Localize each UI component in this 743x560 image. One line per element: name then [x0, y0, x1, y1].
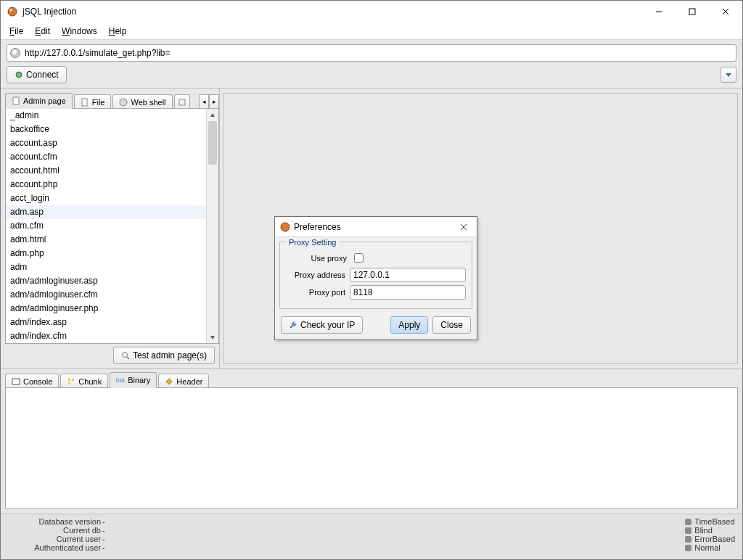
- menu-edit[interactable]: Edit: [29, 25, 56, 38]
- window-title: jSQL Injection: [22, 7, 642, 17]
- tab-admin-page[interactable]: Admin page: [5, 93, 73, 109]
- svg-rect-9: [82, 99, 87, 106]
- list-item[interactable]: adm/admloginuser.asp: [6, 274, 206, 288]
- list-item[interactable]: adm.cfm: [6, 219, 206, 233]
- led-normal: [685, 545, 691, 551]
- input-proxy-port[interactable]: [350, 285, 466, 300]
- magnifier-icon: [121, 351, 130, 360]
- svg-marker-13: [210, 336, 215, 339]
- tab-scroll-left[interactable]: ◂: [199, 94, 209, 109]
- list-item[interactable]: adm.asp: [6, 205, 206, 219]
- fieldset-legend: Proxy Setting: [286, 238, 339, 247]
- list-item[interactable]: acct_login: [6, 192, 206, 205]
- scroll-up[interactable]: [207, 109, 218, 121]
- menubar: File Edit Windows Help: [1, 22, 742, 40]
- left-panel: Admin page File Web shell ◂ ▸: [1, 88, 220, 368]
- tab-header[interactable]: Header: [158, 374, 209, 388]
- tab-chunk[interactable]: Chunk: [60, 374, 108, 388]
- console-tabstrip: Console Chunk 010 Binary Header: [1, 369, 742, 388]
- console-icon: [12, 377, 20, 386]
- scroll-down[interactable]: [207, 331, 218, 343]
- led-timebased: [685, 519, 691, 525]
- led-blind: [685, 527, 691, 534]
- apply-button[interactable]: Apply: [390, 316, 428, 334]
- globe-icon: [10, 48, 20, 58]
- list-item[interactable]: adm.html: [6, 233, 206, 247]
- dropdown-toggle[interactable]: [721, 67, 736, 83]
- connect-button[interactable]: Connect: [7, 66, 67, 83]
- tab-extra[interactable]: [174, 94, 190, 109]
- list-scrollbar[interactable]: [206, 109, 218, 343]
- app-window: jSQL Injection File Edit Windows Help Co…: [0, 0, 743, 560]
- svg-point-0: [8, 7, 17, 16]
- menu-help[interactable]: Help: [103, 25, 133, 38]
- svg-point-6: [16, 72, 22, 78]
- check-ip-button[interactable]: Check your IP: [281, 316, 363, 334]
- maximize-button[interactable]: [676, 1, 709, 22]
- list-item[interactable]: account.asp: [6, 136, 206, 150]
- list-item[interactable]: adm.php: [6, 247, 206, 260]
- svg-text:010: 010: [116, 378, 125, 383]
- close-dialog-button[interactable]: Close: [432, 316, 471, 334]
- status-right: TimeBased Blind ErrorBased Normal: [685, 517, 735, 556]
- list-item[interactable]: backoffice: [6, 123, 206, 136]
- dialog-close-button[interactable]: [453, 220, 474, 234]
- minimize-button[interactable]: [642, 1, 676, 22]
- dialog-title: Preferences: [294, 222, 453, 232]
- dialog-titlebar[interactable]: Preferences: [275, 217, 477, 237]
- svg-marker-12: [210, 113, 215, 117]
- scroll-thumb[interactable]: [208, 121, 217, 165]
- label-current-user: Current user: [8, 535, 102, 543]
- list-item[interactable]: adm: [6, 260, 206, 274]
- value-db-version: -: [102, 517, 105, 526]
- menu-file[interactable]: File: [4, 25, 29, 38]
- preferences-dialog: Preferences Proxy Setting Use proxy Prox…: [274, 216, 477, 340]
- list-item[interactable]: account.cfm: [6, 150, 206, 164]
- svg-marker-21: [166, 379, 172, 384]
- list-item[interactable]: adm/admloginuser.cfm: [6, 288, 206, 302]
- svg-point-1: [10, 9, 12, 12]
- binary-icon: 010: [116, 376, 125, 384]
- svg-rect-16: [12, 379, 20, 384]
- svg-rect-8: [13, 97, 19, 104]
- svg-rect-18: [72, 379, 74, 381]
- tab-binary[interactable]: 010 Binary: [110, 372, 157, 388]
- list-item[interactable]: adm/admloginuser.php: [6, 302, 206, 316]
- label-proxy-port: Proxy port: [286, 288, 350, 297]
- list-item[interactable]: adm/index.asp: [6, 316, 206, 329]
- value-current-db: -: [102, 526, 105, 535]
- scroll-track[interactable]: [207, 121, 218, 331]
- svg-rect-19: [68, 382, 70, 384]
- svg-marker-7: [726, 73, 731, 77]
- dialog-icon: [279, 221, 291, 233]
- admin-list-container: _adminbackofficeaccount.aspaccount.cfmac…: [5, 108, 219, 344]
- proxy-fieldset: Proxy Setting Use proxy Proxy address Pr…: [279, 242, 472, 309]
- close-button[interactable]: [709, 1, 742, 22]
- input-proxy-address[interactable]: [350, 268, 466, 282]
- tab-file[interactable]: File: [74, 94, 112, 109]
- test-admin-button[interactable]: Test admin page(s): [113, 347, 215, 364]
- svg-rect-3: [689, 9, 695, 15]
- list-item[interactable]: adm/index.cfm: [6, 329, 206, 343]
- url-input-wrap[interactable]: [7, 44, 736, 62]
- page-icon: [12, 96, 20, 105]
- list-item[interactable]: _admin: [6, 109, 206, 123]
- tab-scroll-right[interactable]: ▸: [209, 94, 219, 109]
- list-item[interactable]: account.php: [6, 178, 206, 192]
- svg-point-14: [122, 353, 127, 358]
- led-errorbased: [685, 536, 691, 543]
- url-input[interactable]: [23, 47, 733, 59]
- label-db-version: Database version: [8, 517, 102, 526]
- admin-list[interactable]: _adminbackofficeaccount.aspaccount.cfmac…: [6, 109, 206, 343]
- tab-console[interactable]: Console: [5, 374, 59, 388]
- checkbox-use-proxy[interactable]: [354, 253, 364, 263]
- tab-web-shell[interactable]: Web shell: [112, 94, 172, 109]
- status-left: Database version- Current db- Current us…: [8, 517, 685, 556]
- file-icon: [81, 98, 89, 107]
- menu-windows[interactable]: Windows: [56, 25, 103, 38]
- list-item[interactable]: account.html: [6, 164, 206, 178]
- svg-rect-17: [68, 379, 70, 381]
- value-auth-user: -: [102, 543, 105, 552]
- label-current-db: Current db: [8, 526, 102, 535]
- console-output[interactable]: [5, 387, 738, 509]
